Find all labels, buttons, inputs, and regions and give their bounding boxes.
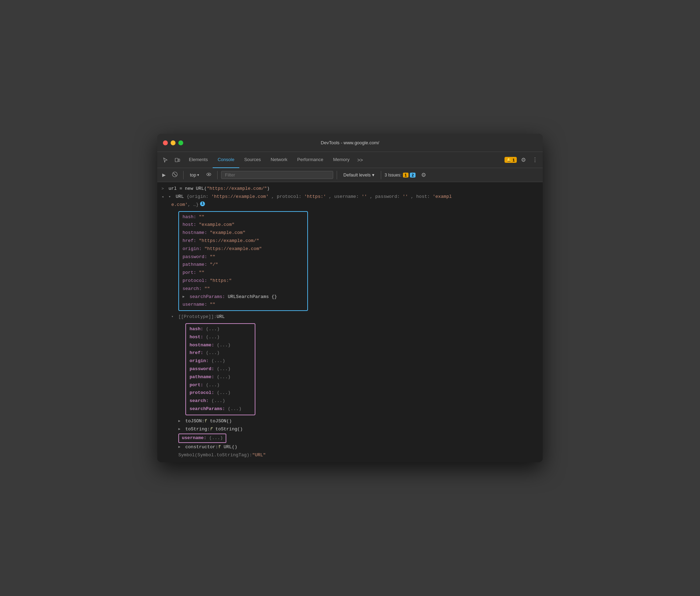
toolbar-separator-3 — [337, 171, 337, 179]
eye-button[interactable] — [204, 171, 214, 179]
context-dropdown[interactable]: top ▾ — [187, 171, 202, 179]
prototype-line: ▾ [[Prototype]]: URL — [157, 313, 543, 321]
svg-rect-1 — [178, 159, 180, 161]
proto-host: host: (...) — [190, 333, 251, 341]
prop-password: password: "" — [183, 253, 304, 261]
toolbar-separator — [183, 171, 184, 179]
proto-pathname: pathname: (...) — [190, 373, 251, 381]
tab-list: Elements Console Sources Network Perform… — [184, 152, 366, 168]
console-content: > url = new URL("https://example.com/") … — [157, 182, 543, 462]
tab-elements[interactable]: Elements — [184, 152, 213, 168]
toolbar-right: 🔔 1 ⚙ ⋮ — [505, 155, 540, 165]
proto-href: href: (...) — [190, 349, 251, 357]
prop-username: username: "" — [183, 301, 304, 309]
eye-icon — [206, 172, 212, 177]
proto-hash: hash: (...) — [190, 325, 251, 333]
toolbar-separator-2 — [217, 171, 218, 179]
titlebar: DevTools - www.google.com/ — [157, 134, 543, 152]
expand-icon[interactable]: ▾ — [169, 195, 171, 199]
proto-protocol: protocol: (...) — [190, 389, 251, 397]
device-icon — [174, 157, 180, 163]
prop-protocol: protocol: "https:" — [183, 277, 304, 285]
tab-network[interactable]: Network — [266, 152, 293, 168]
devtools-window: DevTools - www.google.com/ Elements Cons… — [157, 134, 543, 462]
prop-host: host: "example.com" — [183, 221, 304, 229]
close-button[interactable] — [163, 140, 168, 145]
run-icon: ▶ — [162, 172, 166, 178]
prop-href: href: "https://example.com/" — [183, 237, 304, 245]
log-levels-button[interactable]: Default levels ▾ — [341, 171, 377, 179]
tojson-line: ▶ toJSON: f toJSON() — [157, 417, 543, 425]
prompt-icon: > — [162, 186, 166, 192]
prop-hash: hash: "" — [183, 213, 304, 221]
console-settings-button[interactable]: ⚙ — [419, 170, 428, 180]
tostring-line: ▶ toString: f toString() — [157, 425, 543, 434]
blue-box-url-props: hash: "" host: "example.com" hostname: "… — [178, 211, 308, 311]
expand-tojson-icon[interactable]: ▶ — [178, 418, 183, 424]
warn-badge: 1 — [403, 173, 409, 178]
proto-searchparams: searchParams: (...) — [190, 405, 251, 413]
prop-searchparams: ▶ searchParams: URLSearchParams {} — [183, 293, 304, 301]
tab-console[interactable]: Console — [213, 152, 239, 168]
expand-searchparams-icon[interactable]: ▶ — [183, 294, 187, 300]
constructor-line: ▶ constructor: f URL() — [157, 443, 543, 451]
console-line-2b: e.com' , …} i — [157, 201, 543, 209]
run-button[interactable]: ▶ — [160, 171, 168, 179]
console-line-2: ◂ ▾ URL {origin: 'https://example.com' ,… — [157, 193, 543, 201]
clear-console-button[interactable] — [170, 171, 180, 179]
svg-rect-0 — [175, 158, 178, 162]
bell-icon: 🔔 — [507, 158, 512, 162]
expand-tostring-icon[interactable]: ▶ — [178, 427, 183, 432]
inspect-element-button[interactable] — [160, 156, 171, 164]
tab-performance[interactable]: Performance — [292, 152, 328, 168]
proto-password: password: (...) — [190, 365, 251, 373]
expand-prototype-icon[interactable]: ▾ — [171, 314, 176, 320]
tab-memory[interactable]: Memory — [328, 152, 355, 168]
proto-origin: origin: (...) — [190, 357, 251, 365]
minimize-button[interactable] — [171, 140, 176, 145]
svg-point-5 — [208, 174, 210, 175]
filter-input[interactable] — [221, 171, 333, 179]
clear-icon — [172, 172, 178, 177]
issues-badge[interactable]: 3 Issues: 1 2 — [385, 173, 416, 178]
username-proto-box: username: (...) — [178, 434, 226, 443]
device-toolbar-button[interactable] — [172, 156, 183, 164]
dropdown-chevron-icon: ▾ — [197, 173, 199, 177]
expand-constructor-icon[interactable]: ▶ — [178, 444, 183, 450]
tab-sources[interactable]: Sources — [239, 152, 266, 168]
prop-search: search: "" — [183, 285, 304, 293]
console-toolbar: ▶ top ▾ Default levels ▾ 3 Issues: — [157, 168, 543, 182]
more-tabs-button[interactable]: >> — [355, 156, 366, 164]
proto-port: port: (...) — [190, 381, 251, 389]
url-properties-box: hash: "" host: "example.com" hostname: "… — [157, 210, 543, 312]
traffic-lights — [163, 140, 183, 145]
prop-port: port: "" — [183, 269, 304, 277]
proto-search: search: (...) — [190, 397, 251, 405]
maximize-button[interactable] — [178, 140, 183, 145]
toolbar-separator-4 — [381, 171, 381, 179]
proto-hostname: hostname: (...) — [190, 341, 251, 349]
purple-box-proto-props: hash: (...) host: (...) hostname: (...) … — [185, 323, 255, 415]
prop-pathname: pathname: "/" — [183, 261, 304, 269]
window-title: DevTools - www.google.com/ — [321, 140, 379, 145]
info-icon[interactable]: i — [200, 201, 205, 206]
more-options-button[interactable]: ⋮ — [530, 155, 540, 165]
prop-hostname: hostname: "example.com" — [183, 229, 304, 237]
settings-button[interactable]: ⚙ — [519, 155, 528, 165]
cursor-icon — [163, 157, 168, 163]
back-icon: ◂ — [162, 194, 166, 200]
symbol-line: Symbol(Symbol.toStringTag): "URL" — [157, 451, 543, 459]
prop-origin: origin: "https://example.com" — [183, 245, 304, 253]
info-badge: 2 — [410, 173, 416, 178]
console-line-1: > url = new URL("https://example.com/") — [157, 185, 543, 193]
username-line: username: (...) — [157, 433, 543, 443]
notification-badge[interactable]: 🔔 1 — [505, 157, 517, 163]
tab-bar: Elements Console Sources Network Perform… — [157, 152, 543, 168]
svg-line-3 — [173, 173, 176, 176]
prototype-properties-box: hash: (...) host: (...) hostname: (...) … — [157, 323, 543, 416]
